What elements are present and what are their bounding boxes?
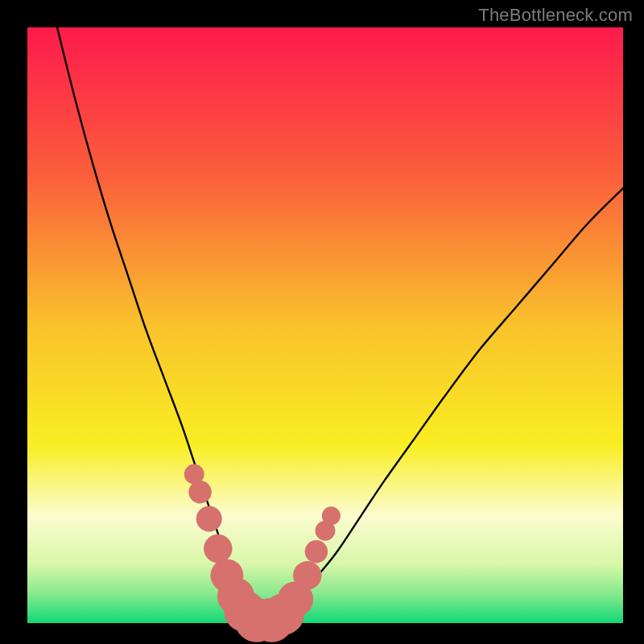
highlight-dot [196, 506, 222, 532]
highlight-dot [293, 561, 322, 590]
highlight-dot [305, 540, 328, 563]
highlight-dot [204, 535, 233, 564]
chart-frame: TheBottleneck.com [0, 0, 644, 644]
highlight-dot [322, 506, 341, 525]
watermark-text: TheBottleneck.com [478, 5, 633, 26]
highlight-dot [188, 481, 211, 503]
bottleneck-chart [0, 0, 644, 644]
